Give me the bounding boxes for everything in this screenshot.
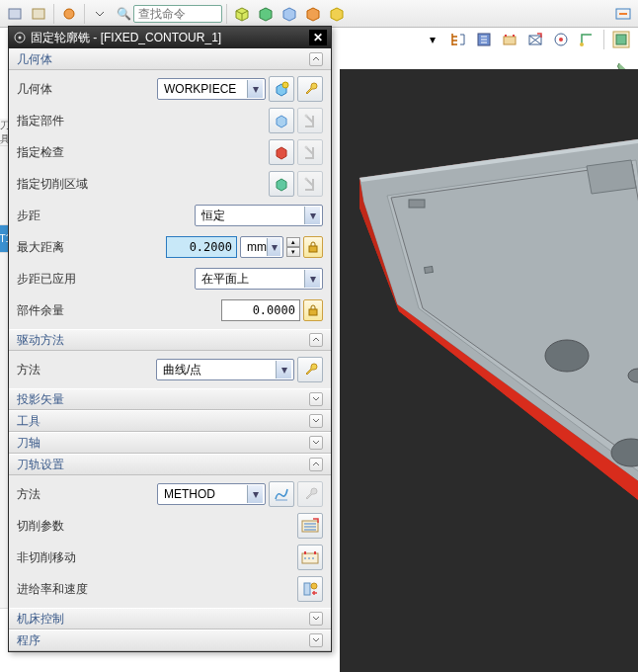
specify-cut-area-button[interactable]: [269, 171, 294, 197]
label-noncut-moves: 非切削移动: [17, 549, 112, 566]
section-header-projection[interactable]: 投影矢量: [9, 388, 331, 410]
dialog-options-icon[interactable]: [13, 31, 27, 44]
tb2-icon-2[interactable]: [447, 29, 469, 50]
section-header-axis[interactable]: 刀轴: [9, 432, 331, 454]
section-body-path: 方法 METHOD ▾ 切削参数 非切削移动 进给率和速度: [9, 475, 331, 608]
display-cut-area-button: [297, 171, 323, 197]
search-label: 🔍: [117, 7, 131, 21]
noncut-moves-button[interactable]: [297, 545, 323, 570]
label-stepover: 步距: [17, 208, 112, 224]
toolbar-dropdown-icon[interactable]: [89, 3, 111, 25]
geometry-new-button[interactable]: [269, 76, 294, 102]
toolbar-cube-1[interactable]: [231, 3, 253, 25]
label-part-stock: 部件余量: [17, 302, 112, 319]
expand-icon[interactable]: [309, 392, 323, 406]
drive-method-edit-button[interactable]: [297, 357, 323, 382]
dialog-title: 固定轮廓铣 - [FIXED_CONTOUR_1]: [31, 30, 309, 46]
svg-point-8: [559, 38, 563, 42]
collapse-icon[interactable]: [309, 52, 323, 66]
svg-rect-5: [504, 37, 516, 44]
geometry-edit-button[interactable]: [297, 76, 323, 102]
label-stepover-applied: 步距已应用: [17, 271, 112, 288]
svg-point-21: [282, 82, 288, 88]
tb2-icon-6[interactable]: [550, 29, 572, 50]
specify-part-button[interactable]: [269, 108, 294, 133]
section-title-axis: 刀轴: [17, 435, 40, 452]
svg-rect-17: [409, 200, 425, 208]
part-stock-lock-button[interactable]: [303, 299, 323, 321]
max-distance-spinner[interactable]: ▴▾: [286, 237, 300, 257]
toolbar-cube-4[interactable]: [302, 3, 324, 25]
section-header-program[interactable]: 程序: [9, 630, 331, 651]
label-specify-part: 指定部件: [17, 113, 112, 129]
section-title-path: 刀轨设置: [17, 457, 64, 473]
specify-check-button[interactable]: [269, 139, 294, 165]
section-header-drive[interactable]: 驱动方法: [9, 329, 331, 351]
section-header-path[interactable]: 刀轨设置: [9, 454, 331, 475]
expand-icon[interactable]: [309, 612, 323, 626]
dropdown-arrow-icon: ▾: [276, 361, 291, 378]
section-header-tool[interactable]: 工具: [9, 410, 331, 432]
stepover-select[interactable]: 恒定 ▾: [195, 205, 323, 226]
svg-point-14: [545, 340, 589, 372]
section-title-machine: 机床控制: [17, 611, 64, 628]
dialog-titlebar[interactable]: 固定轮廓铣 - [FIXED_CONTOUR_1] ✕: [9, 27, 331, 48]
toolbar-cube-2[interactable]: [255, 3, 277, 25]
svg-rect-29: [304, 583, 310, 595]
section-title-drive: 驱动方法: [17, 332, 64, 349]
toolbar-cube-5[interactable]: [326, 3, 348, 25]
max-distance-lock-button[interactable]: [303, 236, 323, 258]
graphics-viewport[interactable]: [340, 69, 638, 672]
dropdown-arrow-icon: ▾: [247, 80, 263, 98]
part-stock-input[interactable]: [221, 299, 300, 321]
command-search-input[interactable]: [133, 5, 222, 23]
path-method-select[interactable]: METHOD ▾: [157, 483, 266, 505]
label-drive-method: 方法: [17, 362, 112, 378]
collapse-icon[interactable]: [309, 458, 323, 471]
svg-rect-18: [425, 266, 434, 273]
section-body-drive: 方法 曲线/点 ▾: [9, 351, 331, 388]
toolbar-icon-3[interactable]: [58, 3, 80, 25]
display-part-button: [297, 108, 323, 133]
main-toolbar: 🔍: [0, 0, 638, 28]
toolbar-cube-3[interactable]: [279, 3, 300, 25]
dialog-close-button[interactable]: ✕: [309, 30, 327, 45]
tb2-icon-1[interactable]: ▾: [422, 29, 443, 50]
tb2-icon-4[interactable]: [499, 29, 520, 50]
toolbar-icon-1[interactable]: [4, 3, 26, 25]
collapse-icon[interactable]: [309, 333, 323, 347]
expand-icon[interactable]: [309, 633, 323, 647]
dropdown-arrow-icon: ▾: [304, 270, 320, 288]
section-header-machine[interactable]: 机床控制: [9, 608, 331, 630]
section-body-geometry: 几何体 WORKPIECE ▾ 指定部件 指定检查: [9, 70, 331, 329]
tb2-icon-5[interactable]: [524, 29, 546, 50]
stepover-applied-select[interactable]: 在平面上 ▾: [195, 268, 323, 290]
section-header-geometry[interactable]: 几何体: [9, 48, 331, 70]
label-feeds-speeds: 进给率和速度: [17, 581, 112, 598]
toolbar-icon-2[interactable]: [28, 3, 49, 25]
max-distance-input[interactable]: [166, 236, 237, 258]
svg-point-2: [64, 9, 74, 19]
svg-rect-11: [616, 35, 626, 44]
expand-icon[interactable]: [309, 436, 323, 450]
cut-params-button[interactable]: [297, 513, 323, 539]
section-title-projection: 投影矢量: [17, 391, 64, 408]
path-method-inherit-button[interactable]: [269, 481, 294, 507]
section-title-program: 程序: [17, 632, 40, 649]
tb2-icon-7[interactable]: [576, 29, 598, 50]
tb2-icon-8[interactable]: [610, 29, 632, 50]
toolbar-right-icon[interactable]: [612, 3, 634, 25]
expand-icon[interactable]: [309, 414, 323, 428]
feeds-speeds-button[interactable]: [297, 576, 323, 602]
max-distance-unit-select[interactable]: mm ▾: [240, 236, 283, 258]
dropdown-arrow-icon: ▾: [304, 207, 320, 224]
svg-rect-25: [309, 246, 317, 252]
label-path-method: 方法: [17, 486, 112, 503]
tb2-icon-3[interactable]: [473, 29, 495, 50]
svg-rect-26: [309, 309, 317, 315]
dropdown-arrow-icon: ▾: [247, 485, 263, 503]
drive-method-select[interactable]: 曲线/点 ▾: [156, 359, 294, 380]
section-title-geometry: 几何体: [17, 51, 52, 68]
label-cut-params: 切削参数: [17, 518, 112, 535]
geometry-select[interactable]: WORKPIECE ▾: [157, 78, 266, 100]
